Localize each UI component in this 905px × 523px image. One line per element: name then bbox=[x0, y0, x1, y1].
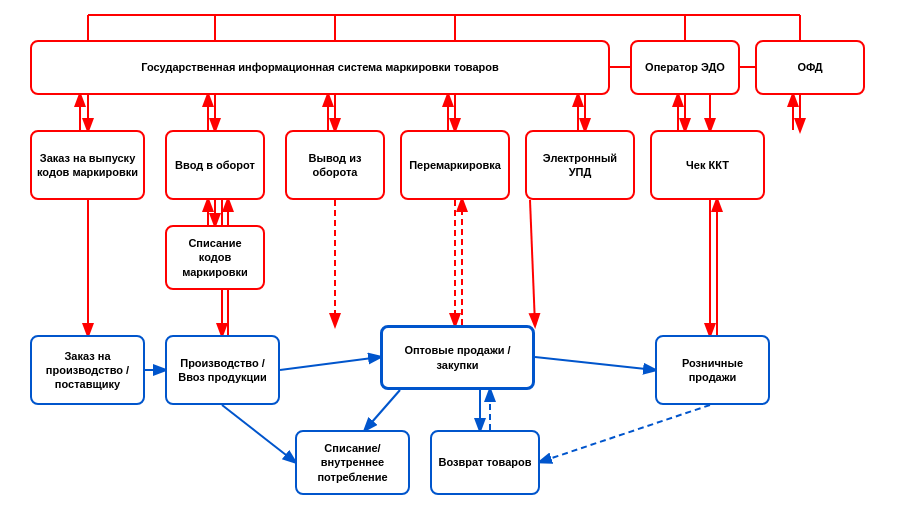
zakaz-proizv-box: Заказ на производство / поставщику bbox=[30, 335, 145, 405]
remarkirovka-box: Перемаркировка bbox=[400, 130, 510, 200]
svg-line-36 bbox=[365, 390, 400, 430]
zakaz-proizv-label: Заказ на производство / поставщику bbox=[36, 349, 139, 392]
svg-line-35 bbox=[222, 405, 295, 462]
optovye-box: Оптовые продажи / закупки bbox=[380, 325, 535, 390]
ofd-label: ОФД bbox=[797, 60, 822, 74]
proizvodstvo-box: Производство / Ввоз продукции bbox=[165, 335, 280, 405]
roznichnye-box: Розничные продажи bbox=[655, 335, 770, 405]
ofd-box: ОФД bbox=[755, 40, 865, 95]
operator-edo-box: Оператор ЭДО bbox=[630, 40, 740, 95]
remarkirovka-label: Перемаркировка bbox=[409, 158, 501, 172]
spisanie-vnutr-label: Списание/ внутреннее потребление bbox=[301, 441, 404, 484]
operator-edo-label: Оператор ЭДО bbox=[645, 60, 725, 74]
vvod-oborot-label: Ввод в оборот bbox=[175, 158, 255, 172]
chek-kkt-label: Чек ККТ bbox=[686, 158, 729, 172]
svg-line-26 bbox=[535, 357, 655, 370]
svg-line-39 bbox=[540, 405, 710, 462]
vyvod-oborot-label: Вывод из оборота bbox=[291, 151, 379, 180]
spisanie-kodov-box: Списание кодов маркировки bbox=[165, 225, 265, 290]
vvod-oborot-box: Ввод в оборот bbox=[165, 130, 265, 200]
vozvrat-box: Возврат товаров bbox=[430, 430, 540, 495]
chek-kkt-box: Чек ККТ bbox=[650, 130, 765, 200]
vyvod-oborot-box: Вывод из оборота bbox=[285, 130, 385, 200]
proizvodstvo-label: Производство / Ввоз продукции bbox=[171, 356, 274, 385]
elec-upd-label: Электронный УПД bbox=[531, 151, 629, 180]
roznichnye-label: Розничные продажи bbox=[661, 356, 764, 385]
gis-box: Государственная информационная система м… bbox=[30, 40, 610, 95]
spisanie-kodov-label: Списание кодов маркировки bbox=[171, 236, 259, 279]
vozvrat-label: Возврат товаров bbox=[439, 455, 532, 469]
zakaz-kodov-box: Заказ на выпуску кодов маркировки bbox=[30, 130, 145, 200]
diagram-container: Государственная информационная система м… bbox=[0, 0, 905, 523]
optovye-label: Оптовые продажи / закупки bbox=[387, 343, 528, 372]
zakaz-kodov-label: Заказ на выпуску кодов маркировки bbox=[36, 151, 139, 180]
svg-line-25 bbox=[280, 357, 380, 370]
svg-line-32 bbox=[530, 200, 535, 325]
elec-upd-box: Электронный УПД bbox=[525, 130, 635, 200]
spisanie-vnutr-box: Списание/ внутреннее потребление bbox=[295, 430, 410, 495]
gis-label: Государственная информационная система м… bbox=[141, 60, 499, 74]
